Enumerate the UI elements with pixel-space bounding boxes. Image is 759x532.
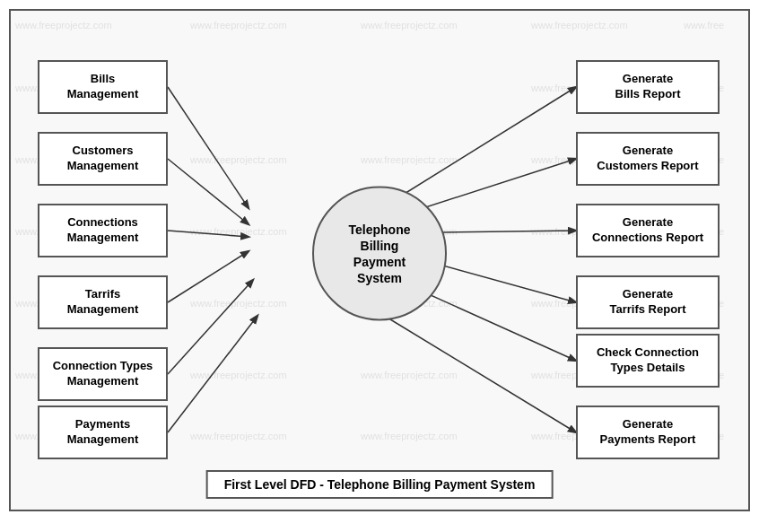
watermark-3: www.freeprojectz.com [361, 20, 458, 31]
svg-line-2 [168, 231, 249, 237]
generate-tarrifs-report-box: GenerateTarrifs Report [576, 275, 720, 329]
connections-management-box: ConnectionsManagement [38, 204, 168, 257]
generate-bills-report-box: GenerateBills Report [576, 60, 720, 114]
wm-x: www.freep [531, 431, 577, 441]
customers-management-box: CustomersManagement [38, 132, 168, 186]
generate-customers-report-box: GenerateCustomers Report [576, 132, 720, 186]
watermark-1: www.freeprojectz.com [15, 20, 112, 31]
check-connection-types-box: Check ConnectionTypes Details [576, 334, 720, 388]
center-system-ellipse: TelephoneBillingPaymentSystem [312, 187, 447, 321]
wm-b: www.freeprojectz.com [190, 154, 287, 165]
wm-r: www.freeprojectz.com [361, 370, 458, 380]
svg-line-3 [168, 251, 249, 302]
svg-line-0 [168, 87, 249, 208]
wm-w: www.freeprojectz.com [361, 431, 458, 441]
diagram-title: First Level DFD - Telephone Billing Paym… [206, 470, 554, 499]
watermark-5: www.free [684, 20, 724, 31]
watermark-7: www.freep [531, 83, 577, 93]
center-system-label: TelephoneBillingPaymentSystem [349, 221, 411, 286]
bills-management-box: BillsManagement [38, 60, 168, 114]
wm-g: www.freeprojectz.com [190, 226, 287, 237]
svg-line-5 [168, 316, 257, 432]
wm-c: www.freeprojectz.com [361, 154, 458, 165]
svg-line-1 [168, 159, 249, 224]
diagram-title-text: First Level DFD - Telephone Billing Paym… [224, 477, 536, 492]
svg-line-6 [381, 87, 576, 208]
generate-payments-report-box: GeneratePayments Report [576, 406, 720, 459]
svg-line-11 [370, 307, 576, 432]
wm-v: www.freeprojectz.com [190, 431, 287, 441]
wm-d: www.freep [531, 154, 577, 165]
diagram-inner: www.freeprojectz.com www.freeprojectz.co… [11, 11, 748, 510]
wm-s: www.freep [531, 370, 577, 380]
watermark-4: www.freeprojectz.com [531, 20, 628, 31]
wm-i: www.freep [531, 226, 577, 237]
payments-management-box: PaymentsManagement [38, 406, 168, 459]
wm-n: www.freep [531, 298, 577, 309]
diagram-container: www.freeprojectz.com www.freeprojectz.co… [9, 9, 750, 511]
wm-q: www.freeprojectz.com [190, 370, 287, 380]
watermark-2: www.freeprojectz.com [190, 20, 287, 31]
tarrifs-management-box: TarrifsManagement [38, 275, 168, 329]
generate-connections-report-box: GenerateConnections Report [576, 204, 720, 257]
wm-l: www.freeprojectz.com [190, 298, 287, 309]
svg-line-4 [168, 280, 253, 374]
connection-types-management-box: Connection TypesManagement [38, 347, 168, 401]
